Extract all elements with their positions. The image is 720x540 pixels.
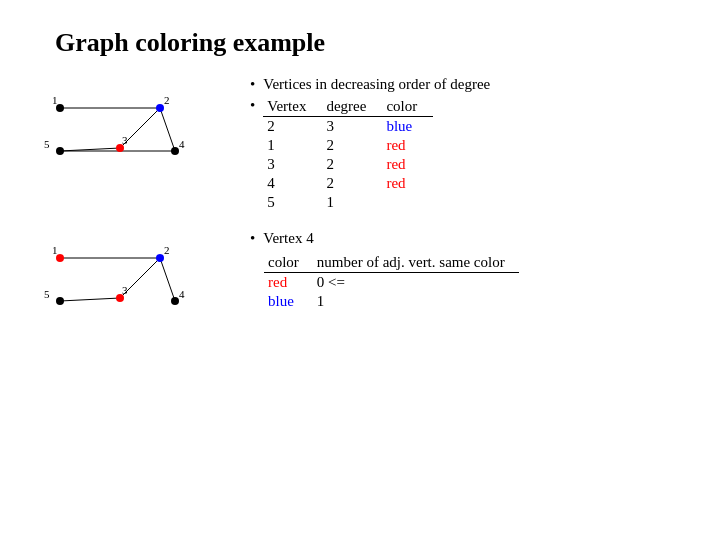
cell-degree: 3 [322, 117, 382, 137]
svg-point-27 [56, 297, 64, 305]
bullet-section-1: • Vertices in decreasing order of degree… [250, 76, 720, 212]
svg-text:1: 1 [52, 244, 58, 256]
svg-point-11 [171, 147, 179, 155]
cell-color [382, 193, 433, 212]
v4-cell-count: 1 [313, 292, 519, 311]
bullet2-content: Vertex degree color 23blue12red32red42re… [263, 97, 433, 212]
v4-table-wrapper: color number of adj. vert. same color re… [264, 253, 720, 311]
table-row: 12red [263, 136, 433, 155]
svg-text:1: 1 [52, 94, 58, 106]
v4-table-row: blue1 [264, 292, 519, 311]
table-row: 51 [263, 193, 433, 212]
right-content: • Vertices in decreasing order of degree… [230, 76, 720, 366]
table-row: 32red [263, 155, 433, 174]
svg-text:5: 5 [44, 288, 50, 300]
cell-degree: 2 [322, 136, 382, 155]
cell-vertex: 3 [263, 155, 322, 174]
svg-point-25 [171, 297, 179, 305]
svg-text:4: 4 [179, 288, 185, 300]
svg-line-16 [160, 258, 175, 301]
svg-text:2: 2 [164, 244, 170, 256]
cell-color: blue [382, 117, 433, 137]
v4-cell-color: blue [264, 292, 313, 311]
page-title: Graph coloring example [0, 0, 720, 76]
svg-text:2: 2 [164, 94, 170, 106]
main-content: 1 2 3 4 5 1 2 [0, 76, 720, 366]
vertex4-section: • Vertex 4 color number of adj. vert. sa… [250, 230, 720, 311]
bullet-row-2: • Vertex degree color 23blue12red32red42… [250, 97, 720, 212]
bullet-icon-1: • [250, 76, 255, 93]
col-degree: degree [322, 97, 382, 117]
svg-text:5: 5 [44, 138, 50, 150]
cell-vertex: 2 [263, 117, 322, 137]
svg-point-7 [156, 104, 164, 112]
svg-line-17 [60, 298, 120, 301]
v4-title: Vertex 4 [263, 230, 313, 247]
svg-text:3: 3 [122, 284, 128, 296]
diagram-bottom: 1 2 3 4 5 [30, 236, 215, 366]
svg-point-13 [56, 147, 64, 155]
cell-degree: 2 [322, 174, 382, 193]
col-vertex: Vertex [263, 97, 322, 117]
cell-color: red [382, 136, 433, 155]
v4-table: color number of adj. vert. same color re… [264, 253, 519, 311]
col-color: color [382, 97, 433, 117]
cell-vertex: 5 [263, 193, 322, 212]
table-row: 23blue [263, 117, 433, 137]
v4-col-count: number of adj. vert. same color [313, 253, 519, 273]
cell-degree: 2 [322, 155, 382, 174]
v4-title-row: • Vertex 4 [250, 230, 720, 247]
cell-color: red [382, 155, 433, 174]
bullet-icon-3: • [250, 230, 255, 247]
cell-vertex: 1 [263, 136, 322, 155]
v4-cell-color: red [264, 273, 313, 293]
bullet-text-1: Vertices in decreasing order of degree [263, 76, 490, 93]
cell-color: red [382, 174, 433, 193]
v4-cell-count: 0 <= [313, 273, 519, 293]
svg-line-1 [160, 108, 175, 151]
svg-text:4: 4 [179, 138, 185, 150]
bullet-row-1: • Vertices in decreasing order of degree [250, 76, 720, 93]
svg-text:3: 3 [122, 134, 128, 146]
diagram-top: 1 2 3 4 5 [30, 86, 215, 216]
v4-table-row: red0 <= [264, 273, 519, 293]
v4-col-color: color [264, 253, 313, 273]
left-diagrams: 1 2 3 4 5 1 2 [30, 76, 230, 366]
svg-point-21 [156, 254, 164, 262]
table-row: 42red [263, 174, 433, 193]
cell-vertex: 4 [263, 174, 322, 193]
bullet-icon-2: • [250, 97, 255, 114]
vertex-table: Vertex degree color 23blue12red32red42re… [263, 97, 433, 212]
cell-degree: 1 [322, 193, 382, 212]
